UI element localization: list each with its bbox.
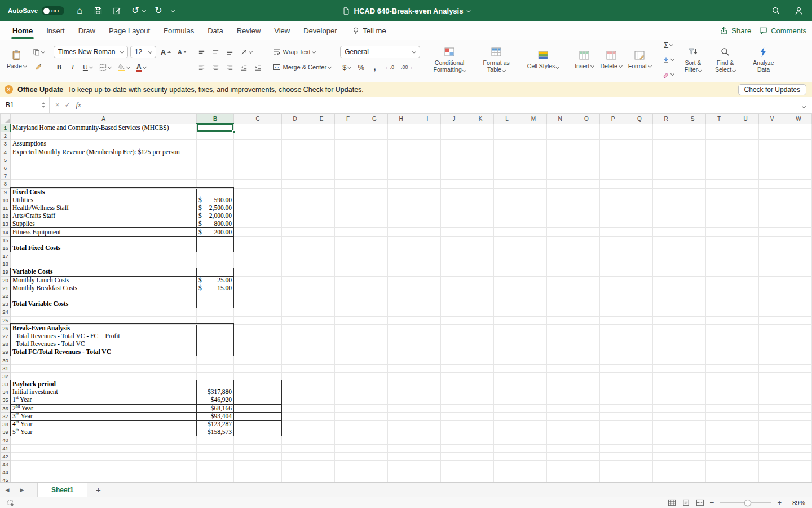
cell-T19[interactable] [706, 268, 732, 276]
align-bottom-button[interactable] [224, 46, 236, 58]
cell-E29[interactable] [308, 348, 335, 356]
cell-V29[interactable] [759, 348, 785, 356]
cell-G31[interactable] [361, 364, 388, 372]
cell-B18[interactable] [197, 260, 234, 268]
cell-P26[interactable] [600, 324, 626, 332]
cell-N30[interactable] [547, 356, 573, 364]
cell-H39[interactable] [388, 428, 414, 436]
cell-A41[interactable] [11, 444, 197, 452]
cell-V16[interactable] [759, 244, 785, 252]
cell-N8[interactable] [547, 180, 573, 188]
cell-O41[interactable] [573, 444, 600, 452]
cell-E18[interactable] [308, 260, 335, 268]
cell-L16[interactable] [494, 244, 520, 252]
cell-H4[interactable] [388, 148, 414, 156]
cell-D3[interactable] [282, 140, 308, 148]
cell-E42[interactable] [308, 452, 335, 460]
cell-S24[interactable] [679, 308, 706, 316]
cell-G37[interactable] [361, 412, 388, 420]
cell-N25[interactable] [547, 316, 573, 324]
cell-D32[interactable] [282, 372, 308, 380]
cell-G30[interactable] [361, 356, 388, 364]
cell-U40[interactable] [732, 436, 759, 444]
cell-I18[interactable] [414, 260, 441, 268]
cell-O34[interactable] [573, 388, 600, 396]
cell-A27[interactable]: Total Revenues - Total VC - FC = Profit [11, 332, 197, 340]
cell-T8[interactable] [706, 180, 732, 188]
cell-A22[interactable] [11, 292, 197, 300]
cell-N2[interactable] [547, 132, 573, 140]
cell-T34[interactable] [706, 388, 732, 396]
cell-F11[interactable] [335, 204, 361, 212]
cell-J4[interactable] [441, 148, 467, 156]
cell-B42[interactable] [197, 452, 234, 460]
cell-W21[interactable] [785, 284, 812, 292]
cell-styles-button[interactable]: Cell Styles [520, 49, 566, 71]
column-header-B[interactable]: B [197, 114, 234, 124]
cell-B45[interactable] [197, 476, 234, 482]
percent-style-button[interactable]: % [355, 61, 367, 73]
cell-S44[interactable] [679, 468, 706, 476]
cell-Q36[interactable] [626, 404, 653, 412]
cell-M40[interactable] [520, 436, 547, 444]
cell-E35[interactable] [308, 396, 335, 404]
cell-C5[interactable] [234, 156, 282, 164]
cell-U27[interactable] [732, 332, 759, 340]
cell-C12[interactable] [234, 212, 282, 220]
cell-D21[interactable] [282, 284, 308, 292]
cell-F37[interactable] [335, 412, 361, 420]
cell-L18[interactable] [494, 260, 520, 268]
cell-N43[interactable] [547, 460, 573, 468]
cell-I1[interactable] [414, 124, 441, 132]
cell-T3[interactable] [706, 140, 732, 148]
cell-M35[interactable] [520, 396, 547, 404]
cell-S41[interactable] [679, 444, 706, 452]
cell-J22[interactable] [441, 292, 467, 300]
column-header-R[interactable]: R [653, 114, 679, 124]
cell-L43[interactable] [494, 460, 520, 468]
cell-D35[interactable] [282, 396, 308, 404]
cell-L36[interactable] [494, 404, 520, 412]
cell-N12[interactable] [547, 212, 573, 220]
cell-W25[interactable] [785, 316, 812, 324]
cell-G3[interactable] [361, 140, 388, 148]
cell-I16[interactable] [414, 244, 441, 252]
cell-Q25[interactable] [626, 316, 653, 324]
cell-N13[interactable] [547, 220, 573, 228]
merge-center-button[interactable]: Merge & Center [271, 61, 333, 73]
cell-R13[interactable] [653, 220, 679, 228]
cell-B40[interactable] [197, 436, 234, 444]
cell-E12[interactable] [308, 212, 335, 220]
cell-R8[interactable] [653, 180, 679, 188]
cell-D22[interactable] [282, 292, 308, 300]
cell-O4[interactable] [573, 148, 600, 156]
cell-E23[interactable] [308, 300, 335, 308]
cell-I42[interactable] [414, 452, 441, 460]
cell-P42[interactable] [600, 452, 626, 460]
row-header-31[interactable]: 31 [1, 364, 11, 372]
cell-C27[interactable] [234, 332, 282, 340]
cell-N5[interactable] [547, 156, 573, 164]
cell-S7[interactable] [679, 172, 706, 180]
document-title-chevron-icon[interactable] [466, 8, 470, 12]
cell-K13[interactable] [467, 220, 494, 228]
cell-K21[interactable] [467, 284, 494, 292]
cell-K30[interactable] [467, 356, 494, 364]
cell-R29[interactable] [653, 348, 679, 356]
cell-N14[interactable] [547, 228, 573, 236]
cell-D27[interactable] [282, 332, 308, 340]
cell-C21[interactable] [234, 284, 282, 292]
cell-G16[interactable] [361, 244, 388, 252]
cell-W6[interactable] [785, 164, 812, 172]
align-center-button[interactable] [210, 61, 222, 73]
cell-F41[interactable] [335, 444, 361, 452]
account-icon[interactable] [793, 5, 804, 16]
cell-B37[interactable]: $93,404 [197, 412, 234, 420]
cell-J2[interactable] [441, 132, 467, 140]
cell-V8[interactable] [759, 180, 785, 188]
cell-U15[interactable] [732, 236, 759, 244]
cell-N41[interactable] [547, 444, 573, 452]
cell-E11[interactable] [308, 204, 335, 212]
cell-F1[interactable] [335, 124, 361, 132]
cell-I8[interactable] [414, 180, 441, 188]
